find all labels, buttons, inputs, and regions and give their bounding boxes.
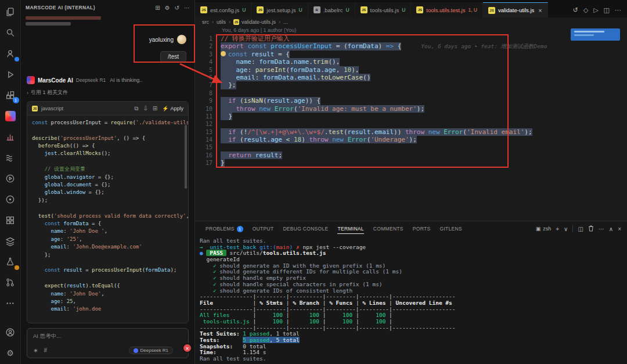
code-line: email: 'John.Doe@example.com' xyxy=(32,243,183,251)
run-file-icon[interactable]: ▷ xyxy=(593,6,598,14)
panel-tab-problems[interactable]: PROBLEMS1 xyxy=(201,221,248,236)
new-terminal-icon[interactable]: + xyxy=(556,226,559,232)
panel-tab-bar: PROBLEMS1OUTPUTDEBUG CONSOLETERMINALCOMM… xyxy=(195,221,627,236)
history-icon[interactable]: ↺ xyxy=(175,5,179,11)
reference-label: 引用 1 相关文件 xyxy=(31,89,68,96)
terminal-output[interactable]: Ran all test suites.→ unit-test_back git… xyxy=(195,236,627,364)
terminal-icon: ▣ xyxy=(536,226,541,232)
run-tests-icon[interactable] xyxy=(4,172,17,185)
more-panel-actions-icon[interactable]: ⋯ xyxy=(599,226,604,232)
layers-icon[interactable] xyxy=(4,235,17,247)
panel-tab-ports[interactable]: PORTS xyxy=(408,221,435,236)
mention-icon[interactable]: ∗ xyxy=(33,347,38,354)
run-debug-icon[interactable] xyxy=(4,68,17,81)
code-block-header: JS javascript ⧉ ⇩ ⊞ ⚡Apply xyxy=(27,102,188,116)
compare-icon[interactable]: ◇ xyxy=(583,6,588,14)
kill-terminal-icon[interactable] xyxy=(588,225,594,233)
split-editor-icon[interactable]: ◫ xyxy=(604,6,610,14)
code-line: 14 if (result.age < 18) throw new Error(… xyxy=(195,136,627,143)
tab-label: est.config.js xyxy=(210,7,239,13)
close-panel-icon[interactable]: × xyxy=(618,226,621,232)
code-line: age: '25', xyxy=(32,236,183,243)
editor-group: JSest.config.jsUJSjest.setup.jsUB.babelr… xyxy=(195,0,627,364)
terminal-dropdown-icon[interactable]: ∨ xyxy=(564,226,568,232)
editor-tab-jest.setup.js[interactable]: JSjest.setup.jsU xyxy=(251,2,308,17)
panel-tab-output[interactable]: OUTPUT xyxy=(248,221,279,236)
experiments-beaker-icon[interactable] xyxy=(4,255,17,268)
dashboard-grid-icon[interactable] xyxy=(4,214,17,226)
marscode-ai-icon[interactable] xyxy=(4,110,17,122)
maximize-panel-icon[interactable]: ∧ xyxy=(609,226,613,232)
split-terminal-icon[interactable]: ◫ xyxy=(578,226,583,232)
breadcrumb-item[interactable]: JSvalidate-utils.js xyxy=(233,19,276,25)
stop-generating-button[interactable]: × xyxy=(182,343,192,353)
metrics-chart-icon[interactable] xyxy=(4,131,17,143)
code-line: global.navigator = {}; xyxy=(32,174,183,181)
settings-gear-icon[interactable]: ⚙ xyxy=(4,347,17,359)
scrollbar-thumb[interactable] xyxy=(185,125,187,189)
breadcrumb-item[interactable]: ... xyxy=(283,19,288,25)
tab-status-badge: U xyxy=(298,7,302,13)
account-icon[interactable] xyxy=(4,326,17,338)
code-line: 15 xyxy=(195,143,627,151)
chat-code-block: JS javascript ⧉ ⇩ ⊞ ⚡Apply const process… xyxy=(27,101,189,323)
code-line xyxy=(32,127,183,134)
editor-tab-.babelrc[interactable]: B.babelrcU xyxy=(308,2,355,17)
extensions-icon[interactable]: 1 xyxy=(4,89,17,102)
code-line: age: 25, xyxy=(32,298,183,305)
reference-toggle[interactable]: › 引用 1 相关文件 xyxy=(27,89,189,96)
pull-requests-icon[interactable] xyxy=(4,276,17,289)
copy-icon[interactable]: ⧉ xyxy=(134,105,138,112)
panel-tab-terminal[interactable]: TERMINAL xyxy=(333,221,368,236)
back-icon[interactable]: ↺ xyxy=(572,6,578,14)
new-file-icon[interactable]: ⊞ xyxy=(153,105,157,111)
chat-settings-icon[interactable]: ⚙ xyxy=(165,5,170,11)
input-status-text: AI 思考中... xyxy=(33,333,182,340)
beaker-badge xyxy=(15,265,19,270)
editor-tab-est.config.js[interactable]: JSest.config.jsU xyxy=(195,2,251,17)
extensions-badge: 1 xyxy=(13,97,19,103)
insert-icon[interactable]: ⇩ xyxy=(143,105,147,111)
more-icon[interactable] xyxy=(4,297,17,310)
lightning-icon: ⚡ xyxy=(162,106,168,111)
accounts-icon[interactable] xyxy=(4,48,17,60)
code-editor[interactable]: 1// 转换并验证用户输入2export const processUserIn… xyxy=(195,34,627,221)
explorer-icon[interactable] xyxy=(4,6,17,19)
activity-waves-icon[interactable] xyxy=(4,152,17,164)
code-line: test('should process valid form data cor… xyxy=(32,212,183,220)
marscode-ai-panel: MARSCODE AI (INTERNAL) ⊞ ⚙ ↺ ⋯ yaoluxing… xyxy=(21,0,195,364)
problems-count-badge: 1 xyxy=(237,226,243,232)
chat-input-box[interactable]: AI 思考中... ∗ # Deepseek R1 × xyxy=(27,328,189,358)
panel-tab-debug-console[interactable]: DEBUG CONSOLE xyxy=(278,221,333,236)
hash-icon[interactable]: # xyxy=(44,347,47,354)
code-line: }; xyxy=(32,251,183,259)
code-line: email: 'john.doe xyxy=(32,305,183,313)
editor-tab-validate-utils.js[interactable]: JSvalidate-utils.js× xyxy=(483,2,548,17)
terminal-shell-selector[interactable]: ▣ zsh xyxy=(536,226,552,232)
js-file-icon: JS xyxy=(361,6,367,13)
breadcrumb-item[interactable]: utils xyxy=(217,19,226,25)
model-selector[interactable]: Deepseek R1 xyxy=(129,347,173,354)
editor-tab-tools-utils.js[interactable]: JStools-utils.jsU xyxy=(355,2,412,17)
code-line xyxy=(32,259,183,266)
apply-button[interactable]: ⚡Apply xyxy=(162,106,183,111)
chat-code-content[interactable]: const processUserInput = require('./vali… xyxy=(27,116,188,323)
editor-tab-tools.utils.test.js[interactable]: JStools.utils.test.js1, U xyxy=(411,2,483,17)
tab-label: .babelrc xyxy=(323,7,343,13)
assistant-header: MarsCode AI Deepseek R1 AI is thinking.. xyxy=(27,76,189,84)
ide-window: 1 ⚙ MARSCODE AI (INTERNAL) ⊞ ⚙ ↺ ⋯ xyxy=(0,0,627,364)
panel-tab-gitlens[interactable]: GITLENS xyxy=(435,221,466,236)
code-line: const processUserInput = require('./vali… xyxy=(32,119,183,127)
breadcrumb-item[interactable]: src xyxy=(202,19,209,25)
code-line: 11 } xyxy=(195,113,627,120)
new-chat-icon[interactable]: ⊞ xyxy=(155,5,160,11)
close-tab-icon[interactable]: × xyxy=(538,7,542,14)
more-actions-icon[interactable]: ⋯ xyxy=(184,5,190,11)
code-line xyxy=(32,204,183,212)
tab-status-badge: U xyxy=(402,7,405,13)
search-icon[interactable] xyxy=(4,27,17,39)
test-target-icon[interactable] xyxy=(4,193,17,206)
more-editor-actions-icon[interactable]: ⋯ xyxy=(615,6,621,14)
gitlens-file-blame[interactable]: You, 6 days ago | 1 author (You) xyxy=(195,27,627,34)
panel-tab-comments[interactable]: COMMENTS xyxy=(369,221,408,236)
